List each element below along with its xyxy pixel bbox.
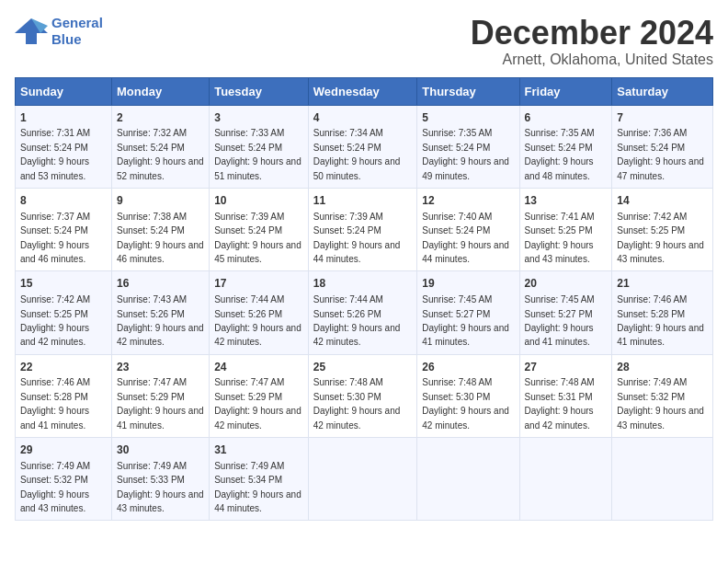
daylight-text: Daylight: 9 hours and 42 minutes. bbox=[422, 406, 509, 430]
daylight-text: Daylight: 9 hours and 42 minutes. bbox=[20, 323, 89, 347]
day-number: 18 bbox=[313, 276, 413, 292]
daylight-text: Daylight: 9 hours and 41 minutes. bbox=[525, 323, 594, 347]
day-header-sunday: Sunday bbox=[16, 77, 112, 105]
sunset-text: Sunset: 5:24 PM bbox=[20, 225, 88, 236]
day-number: 8 bbox=[20, 193, 107, 209]
daylight-text: Daylight: 9 hours and 50 minutes. bbox=[313, 156, 401, 180]
daylight-text: Daylight: 9 hours and 46 minutes. bbox=[20, 240, 89, 264]
sunset-text: Sunset: 5:32 PM bbox=[20, 475, 88, 485]
sunrise-text: Sunrise: 7:47 AM bbox=[214, 377, 284, 387]
calendar-cell: 15Sunrise: 7:42 AMSunset: 5:25 PMDayligh… bbox=[16, 271, 112, 354]
day-number: 14 bbox=[617, 193, 708, 209]
day-number: 15 bbox=[20, 276, 107, 292]
sunset-text: Sunset: 5:24 PM bbox=[117, 143, 185, 153]
sunset-text: Sunset: 5:24 PM bbox=[313, 143, 381, 153]
day-number: 11 bbox=[313, 193, 413, 209]
sunset-text: Sunset: 5:24 PM bbox=[422, 225, 490, 236]
sunrise-text: Sunrise: 7:46 AM bbox=[617, 294, 687, 304]
day-number: 19 bbox=[422, 276, 514, 292]
day-number: 30 bbox=[117, 442, 204, 458]
daylight-text: Daylight: 9 hours and 48 minutes. bbox=[525, 156, 594, 180]
sunrise-text: Sunrise: 7:49 AM bbox=[617, 377, 687, 387]
sunrise-text: Sunrise: 7:46 AM bbox=[20, 377, 90, 387]
sunrise-text: Sunrise: 7:49 AM bbox=[214, 461, 284, 471]
sunset-text: Sunset: 5:27 PM bbox=[525, 309, 593, 319]
day-number: 4 bbox=[313, 110, 413, 126]
calendar-cell: 22Sunrise: 7:46 AMSunset: 5:28 PMDayligh… bbox=[16, 354, 112, 437]
calendar-week-1: 1Sunrise: 7:31 AMSunset: 5:24 PMDaylight… bbox=[16, 105, 713, 188]
calendar-cell: 3Sunrise: 7:33 AMSunset: 5:24 PMDaylight… bbox=[210, 105, 309, 188]
day-number: 31 bbox=[214, 442, 303, 458]
sunset-text: Sunset: 5:27 PM bbox=[422, 309, 490, 319]
calendar-cell: 31Sunrise: 7:49 AMSunset: 5:34 PMDayligh… bbox=[210, 438, 309, 521]
calendar-cell: 26Sunrise: 7:48 AMSunset: 5:30 PMDayligh… bbox=[417, 354, 519, 437]
day-number: 22 bbox=[20, 360, 107, 375]
calendar-cell bbox=[417, 438, 519, 521]
daylight-text: Daylight: 9 hours and 44 minutes. bbox=[214, 489, 301, 513]
daylight-text: Daylight: 9 hours and 43 minutes. bbox=[617, 406, 704, 430]
daylight-text: Daylight: 9 hours and 43 minutes. bbox=[617, 240, 704, 264]
sunrise-text: Sunrise: 7:45 AM bbox=[422, 294, 492, 304]
calendar-cell: 12Sunrise: 7:40 AMSunset: 5:24 PMDayligh… bbox=[417, 188, 519, 270]
logo-text: General Blue bbox=[51, 15, 103, 48]
calendar-cell: 24Sunrise: 7:47 AMSunset: 5:29 PMDayligh… bbox=[210, 354, 309, 437]
sunrise-text: Sunrise: 7:39 AM bbox=[214, 212, 284, 222]
day-number: 25 bbox=[313, 360, 413, 375]
sunrise-text: Sunrise: 7:48 AM bbox=[313, 377, 383, 387]
sunset-text: Sunset: 5:24 PM bbox=[617, 143, 685, 153]
day-number: 23 bbox=[117, 360, 204, 375]
sunset-text: Sunset: 5:32 PM bbox=[617, 392, 685, 402]
sunrise-text: Sunrise: 7:42 AM bbox=[617, 212, 687, 222]
sunrise-text: Sunrise: 7:41 AM bbox=[525, 212, 595, 222]
daylight-text: Daylight: 9 hours and 53 minutes. bbox=[20, 156, 89, 180]
sunset-text: Sunset: 5:31 PM bbox=[525, 392, 593, 402]
day-header-monday: Monday bbox=[112, 77, 210, 105]
sunset-text: Sunset: 5:30 PM bbox=[313, 392, 381, 402]
sunset-text: Sunset: 5:30 PM bbox=[422, 392, 490, 402]
sunrise-text: Sunrise: 7:45 AM bbox=[525, 294, 595, 304]
calendar-cell: 8Sunrise: 7:37 AMSunset: 5:24 PMDaylight… bbox=[16, 188, 112, 270]
daylight-text: Daylight: 9 hours and 45 minutes. bbox=[214, 240, 301, 264]
daylight-text: Daylight: 9 hours and 42 minutes. bbox=[214, 323, 301, 347]
calendar-cell: 14Sunrise: 7:42 AMSunset: 5:25 PMDayligh… bbox=[612, 188, 713, 270]
calendar-cell: 4Sunrise: 7:34 AMSunset: 5:24 PMDaylight… bbox=[308, 105, 417, 188]
calendar-cell bbox=[519, 438, 612, 521]
sunrise-text: Sunrise: 7:38 AM bbox=[117, 212, 187, 222]
calendar-cell: 20Sunrise: 7:45 AMSunset: 5:27 PMDayligh… bbox=[519, 271, 612, 354]
daylight-text: Daylight: 9 hours and 42 minutes. bbox=[313, 406, 401, 430]
calendar-cell: 2Sunrise: 7:32 AMSunset: 5:24 PMDaylight… bbox=[112, 105, 210, 188]
day-number: 24 bbox=[214, 360, 303, 375]
day-number: 17 bbox=[214, 276, 303, 292]
sunset-text: Sunset: 5:28 PM bbox=[20, 392, 88, 402]
daylight-text: Daylight: 9 hours and 42 minutes. bbox=[117, 323, 204, 347]
calendar-week-2: 8Sunrise: 7:37 AMSunset: 5:24 PMDaylight… bbox=[16, 188, 713, 270]
sunrise-text: Sunrise: 7:49 AM bbox=[20, 461, 90, 471]
sunrise-text: Sunrise: 7:37 AM bbox=[20, 212, 90, 222]
calendar-cell: 25Sunrise: 7:48 AMSunset: 5:30 PMDayligh… bbox=[308, 354, 417, 437]
sunset-text: Sunset: 5:24 PM bbox=[214, 225, 282, 236]
calendar-cell: 16Sunrise: 7:43 AMSunset: 5:26 PMDayligh… bbox=[112, 271, 210, 354]
calendar-cell: 9Sunrise: 7:38 AMSunset: 5:24 PMDaylight… bbox=[112, 188, 210, 270]
sunrise-text: Sunrise: 7:44 AM bbox=[214, 294, 284, 304]
day-number: 26 bbox=[422, 360, 514, 375]
day-number: 6 bbox=[525, 110, 608, 126]
calendar-week-4: 22Sunrise: 7:46 AMSunset: 5:28 PMDayligh… bbox=[16, 354, 713, 437]
day-number: 7 bbox=[617, 110, 708, 126]
daylight-text: Daylight: 9 hours and 51 minutes. bbox=[214, 156, 301, 180]
calendar-cell: 1Sunrise: 7:31 AMSunset: 5:24 PMDaylight… bbox=[16, 105, 112, 188]
calendar-table: SundayMondayTuesdayWednesdayThursdayFrid… bbox=[15, 77, 713, 522]
sunset-text: Sunset: 5:25 PM bbox=[617, 225, 685, 236]
sunrise-text: Sunrise: 7:48 AM bbox=[422, 377, 492, 387]
sunrise-text: Sunrise: 7:49 AM bbox=[117, 461, 187, 471]
day-number: 27 bbox=[525, 360, 608, 375]
daylight-text: Daylight: 9 hours and 42 minutes. bbox=[214, 406, 301, 430]
sunrise-text: Sunrise: 7:42 AM bbox=[20, 294, 90, 304]
sunrise-text: Sunrise: 7:34 AM bbox=[313, 128, 383, 138]
sunset-text: Sunset: 5:26 PM bbox=[214, 309, 282, 319]
daylight-text: Daylight: 9 hours and 43 minutes. bbox=[20, 489, 89, 513]
sunrise-text: Sunrise: 7:31 AM bbox=[20, 128, 90, 138]
day-header-wednesday: Wednesday bbox=[308, 77, 417, 105]
sunrise-text: Sunrise: 7:35 AM bbox=[525, 128, 595, 138]
subtitle: Arnett, Oklahoma, United States bbox=[471, 52, 713, 68]
day-number: 1 bbox=[20, 110, 107, 126]
